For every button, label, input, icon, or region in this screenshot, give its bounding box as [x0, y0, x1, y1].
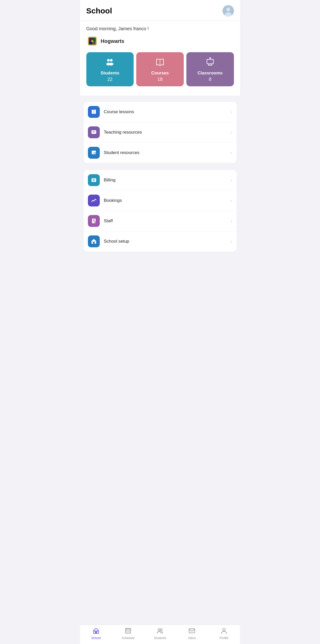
menu-item-course-lessons[interactable]: Course lessons › [84, 102, 237, 122]
menu-section-1: Course lessons › Teaching resources › [84, 102, 237, 163]
billing-icon-wrap: $ [88, 174, 100, 186]
course-lessons-icon-wrap [88, 106, 100, 118]
svg-rect-24 [93, 131, 95, 132]
school-badge-icon: H ⚡ [86, 35, 98, 47]
school-setup-chevron: › [231, 239, 232, 244]
staff-label: Staff [104, 218, 231, 224]
svg-rect-41 [92, 241, 93, 242]
avatar-image [223, 5, 234, 17]
stat-card-classrooms[interactable]: Classrooms 8 [186, 52, 234, 86]
students-count: 22 [107, 77, 112, 82]
page-title: School [86, 6, 112, 15]
svg-point-33 [93, 201, 94, 202]
students-label: Students [101, 71, 119, 76]
students-icon [105, 57, 115, 68]
billing-chevron: › [231, 178, 232, 183]
menu-item-student-resources[interactable]: Student resources › [84, 143, 237, 163]
svg-rect-17 [207, 59, 213, 64]
stat-card-courses[interactable]: Courses 18 [136, 52, 184, 86]
svg-point-34 [95, 199, 95, 200]
menu-section-2: $ Billing › Bookings [84, 170, 237, 251]
menu-section-1-wrapper: Course lessons › Teaching resources › [80, 98, 240, 163]
svg-point-13 [110, 59, 113, 62]
courses-icon [155, 57, 165, 68]
avatar[interactable] [223, 5, 234, 17]
classrooms-count: 8 [209, 77, 211, 82]
menu-item-teaching-resources[interactable]: Teaching resources › [84, 122, 237, 143]
menu-item-staff[interactable]: Staff › [84, 211, 237, 231]
menu-section-2-wrapper: $ Billing › Bookings [80, 166, 240, 251]
svg-point-22 [210, 58, 210, 58]
greeting-section: Good morning, James franco ! H ⚡ Hogwart… [80, 21, 240, 96]
student-resources-label: Student resources [104, 150, 231, 155]
svg-point-15 [109, 63, 113, 65]
classrooms-label: Classrooms [197, 71, 223, 76]
svg-rect-40 [93, 242, 95, 244]
svg-point-32 [92, 200, 93, 201]
school-setup-label: School setup [104, 239, 231, 244]
menu-item-billing[interactable]: $ Billing › [84, 170, 237, 190]
classrooms-icon [205, 57, 215, 68]
menu-item-school-setup[interactable]: School setup › [84, 231, 237, 251]
svg-rect-30 [92, 179, 93, 181]
school-name-text: Hogwarts [101, 38, 124, 44]
teaching-resources-icon-wrap [88, 126, 100, 138]
svg-point-12 [107, 59, 110, 62]
course-lessons-chevron: › [231, 109, 232, 115]
svg-rect-31 [94, 179, 95, 180]
course-lessons-label: Course lessons [104, 109, 231, 114]
app-header: School [80, 0, 240, 21]
svg-point-27 [94, 152, 95, 154]
bookings-label: Bookings [104, 198, 231, 203]
billing-label: Billing [104, 178, 231, 183]
menu-item-bookings[interactable]: Bookings › [84, 190, 237, 211]
teaching-resources-chevron: › [231, 130, 232, 135]
svg-rect-25 [93, 132, 94, 133]
greeting-text: Good morning, James franco ! [86, 26, 234, 32]
student-resources-chevron: › [231, 150, 232, 156]
school-setup-icon-wrap [88, 235, 100, 247]
bookings-chevron: › [231, 198, 232, 203]
staff-icon-wrap [88, 215, 100, 227]
staff-chevron: › [231, 218, 232, 224]
school-row: H ⚡ Hogwarts [86, 35, 234, 47]
bookings-icon-wrap [88, 195, 100, 206]
svg-rect-42 [94, 241, 95, 242]
svg-point-1 [226, 7, 230, 11]
courses-label: Courses [151, 71, 169, 76]
teaching-resources-label: Teaching resources [104, 130, 231, 135]
stat-card-students[interactable]: Students 22 [86, 52, 134, 86]
courses-count: 18 [157, 77, 163, 82]
student-resources-icon-wrap [88, 147, 100, 159]
stats-grid: Students 22 Courses 18 [86, 52, 234, 86]
svg-text:⚡: ⚡ [91, 40, 93, 42]
svg-text:$: $ [93, 179, 95, 182]
